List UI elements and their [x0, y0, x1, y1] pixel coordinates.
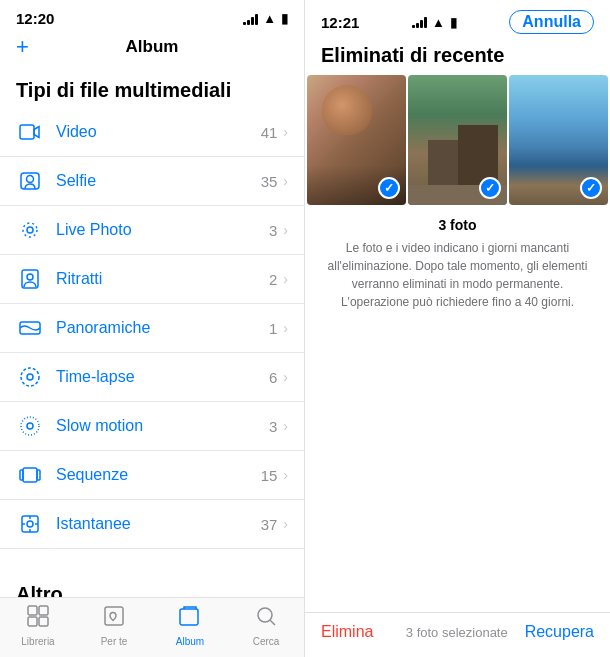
- svg-point-10: [21, 417, 39, 435]
- time-right: 12:21: [321, 14, 359, 31]
- istantanee-label: Istantanee: [56, 515, 261, 533]
- livephoto-icon: [16, 216, 44, 244]
- scroll-content: Tipi di file multimediali Video 41 ›: [0, 65, 304, 597]
- signal-icon: [243, 13, 258, 25]
- timelapse-count: 6: [269, 369, 277, 386]
- menu-item-video[interactable]: Video 41 ›: [0, 108, 304, 157]
- slowmotion-count: 3: [269, 418, 277, 435]
- libreria-icon: [26, 604, 50, 634]
- video-icon: [16, 118, 44, 146]
- altro-section-title: Altro: [0, 569, 304, 597]
- timelapse-label: Time-lapse: [56, 368, 269, 386]
- info-section: 3 foto Le foto e i video indicano i gior…: [305, 205, 610, 612]
- status-icons-right: ▲ ▮: [412, 15, 457, 30]
- info-text: Le foto e i video indicano i giorni manc…: [321, 239, 594, 311]
- album-title: Album: [126, 37, 179, 57]
- livephoto-chevron: ›: [283, 222, 288, 238]
- svg-point-9: [27, 374, 33, 380]
- libreria-tab-label: Libreria: [21, 636, 54, 647]
- menu-item-livephoto[interactable]: Live Photo 3 ›: [0, 206, 304, 255]
- photo-cell-castle[interactable]: [408, 75, 507, 205]
- svg-point-11: [27, 423, 33, 429]
- ritratti-count: 2: [269, 271, 277, 288]
- portrait-icon: [16, 265, 44, 293]
- selfie-count: 35: [261, 173, 278, 190]
- svg-point-34: [258, 608, 272, 622]
- ritratti-label: Ritratti: [56, 270, 269, 288]
- panorama-icon: [16, 314, 44, 342]
- check-badge-cat: [378, 177, 400, 199]
- burst-icon: [16, 461, 44, 489]
- selfie-icon: [16, 167, 44, 195]
- svg-rect-31: [39, 617, 48, 626]
- status-bar-left: 12:20 ▲ ▮: [0, 0, 304, 33]
- recover-button[interactable]: Recupera: [525, 623, 594, 641]
- signal-icon-right: [412, 16, 427, 28]
- slowmotion-icon: [16, 412, 44, 440]
- section-divider: [0, 549, 304, 569]
- menu-item-slowmotion[interactable]: Slow motion 3 ›: [0, 402, 304, 451]
- menu-item-sequenze[interactable]: Sequenze 15 ›: [0, 451, 304, 500]
- livephoto-label: Live Photo: [56, 221, 269, 239]
- istantanee-chevron: ›: [283, 516, 288, 532]
- annulla-button[interactable]: Annulla: [509, 10, 594, 34]
- perte-icon: [102, 604, 126, 634]
- istantanee-count: 37: [261, 516, 278, 533]
- panoramiche-count: 1: [269, 320, 277, 337]
- header-left: + Album: [0, 33, 304, 65]
- check-badge-castle: [479, 177, 501, 199]
- cerca-tab-label: Cerca: [253, 636, 280, 647]
- svg-rect-29: [39, 606, 48, 615]
- tab-perte[interactable]: Per te: [76, 604, 152, 647]
- video-chevron: ›: [283, 124, 288, 140]
- battery-icon: ▮: [281, 11, 288, 26]
- sequenze-count: 15: [261, 467, 278, 484]
- photo-grid: [305, 75, 610, 205]
- menu-item-timelapse[interactable]: Time-lapse 6 ›: [0, 353, 304, 402]
- menu-item-istantanee[interactable]: Istantanee 37 ›: [0, 500, 304, 549]
- svg-rect-30: [28, 617, 37, 626]
- delete-button[interactable]: Elimina: [321, 623, 389, 641]
- svg-rect-12: [23, 468, 37, 482]
- right-panel: 12:21 ▲ ▮ Annulla Eliminati di recente: [305, 0, 610, 657]
- wifi-icon-right: ▲: [432, 15, 445, 30]
- search-icon: [254, 604, 278, 634]
- menu-item-ritratti[interactable]: Ritratti 2 ›: [0, 255, 304, 304]
- menu-item-panoramiche[interactable]: Panoramiche 1 ›: [0, 304, 304, 353]
- screenshot-icon: [16, 510, 44, 538]
- video-label: Video: [56, 123, 261, 141]
- timelapse-icon: [16, 363, 44, 391]
- right-header: Eliminati di recente: [305, 40, 610, 75]
- svg-rect-33: [180, 609, 198, 625]
- svg-point-1: [27, 176, 34, 183]
- photo-cell-sea[interactable]: [509, 75, 608, 205]
- svg-rect-14: [37, 470, 40, 480]
- video-count: 41: [261, 124, 278, 141]
- status-icons-left: ▲ ▮: [243, 11, 288, 26]
- svg-point-4: [23, 223, 37, 237]
- tab-libreria[interactable]: Libreria: [0, 604, 76, 647]
- svg-rect-28: [28, 606, 37, 615]
- tab-bar: Libreria Per te Album: [0, 597, 304, 657]
- sequenze-chevron: ›: [283, 467, 288, 483]
- svg-point-3: [27, 227, 33, 233]
- svg-point-8: [21, 368, 39, 386]
- tab-cerca[interactable]: Cerca: [228, 604, 304, 647]
- selfie-label: Selfie: [56, 172, 261, 190]
- ritratti-chevron: ›: [283, 271, 288, 287]
- menu-item-selfie[interactable]: Selfie 35 ›: [0, 157, 304, 206]
- selected-count: 3 foto selezionate: [389, 625, 525, 640]
- add-button[interactable]: +: [16, 36, 29, 58]
- svg-rect-13: [20, 470, 23, 480]
- slowmotion-label: Slow motion: [56, 417, 269, 435]
- time-left: 12:20: [16, 10, 54, 27]
- album-tab-label: Album: [176, 636, 204, 647]
- slowmotion-chevron: ›: [283, 418, 288, 434]
- wifi-icon: ▲: [263, 11, 276, 26]
- sequenze-label: Sequenze: [56, 466, 261, 484]
- photo-cell-cat[interactable]: [307, 75, 406, 205]
- svg-point-6: [27, 274, 33, 280]
- svg-rect-32: [105, 607, 123, 625]
- tab-album[interactable]: Album: [152, 604, 228, 647]
- bottom-actions: Elimina 3 foto selezionate Recupera: [305, 612, 610, 657]
